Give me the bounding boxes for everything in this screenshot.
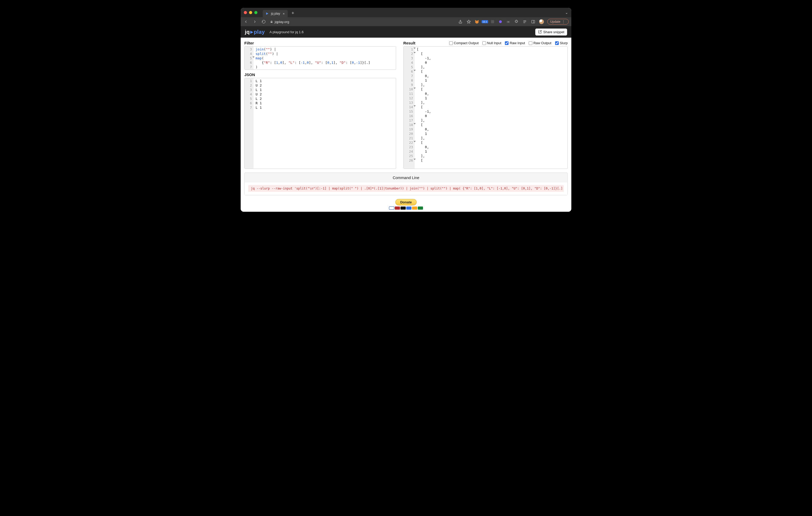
tab-title: jq play — [271, 12, 280, 16]
share-icon[interactable] — [458, 19, 463, 24]
result-editor[interactable]: 1234567891011121314151617181920212223242… — [403, 46, 568, 169]
browser-toolbar: jqplay.org 12.1 Update⋮ — [241, 17, 571, 26]
svg-rect-12 — [531, 20, 535, 23]
json-label: JSON — [244, 72, 396, 77]
result-label: Result — [403, 41, 415, 45]
visa-card-icon — [389, 207, 394, 210]
extension-camera-icon[interactable] — [506, 19, 511, 24]
json-editor[interactable]: 1234567 L 1U 2L 1U 2L 2R 1L 1 — [244, 78, 396, 169]
window-controls — [244, 11, 257, 14]
app-content: Filter 34567 join("") |split("") |map( {… — [241, 38, 571, 212]
app-logo[interactable]: jq▶play — [245, 29, 265, 35]
browser-window: jq play × + ⌄ jqplay.org 12.1 — [241, 8, 571, 212]
titlebar: jq play × + ⌄ — [241, 8, 571, 17]
close-window-button[interactable] — [244, 11, 247, 14]
extensions-puzzle-icon[interactable] — [514, 19, 519, 24]
browser-tab[interactable]: jq play × — [263, 10, 288, 17]
play-icon — [265, 12, 269, 16]
filter-editor[interactable]: 34567 join("") |split("") |map( {"R": [1… — [244, 46, 396, 70]
option-raw-output[interactable]: Raw Output — [529, 41, 551, 45]
extension-badge[interactable]: 12.1 — [483, 19, 487, 24]
maestro-icon — [401, 207, 406, 210]
logo-jq: jq — [245, 29, 250, 35]
command-line-text[interactable]: jq --slurp --raw-input 'split("\n")[:-1]… — [248, 185, 564, 192]
app-header: jq▶play A playground for jq 1.6 Share sn… — [241, 26, 571, 38]
bookmark-star-icon[interactable] — [466, 19, 471, 24]
option-null-input[interactable]: Null Input — [483, 41, 501, 45]
filter-label: Filter — [244, 41, 396, 45]
lock-icon — [270, 20, 273, 23]
app-tagline: A playground for jq 1.6 — [269, 30, 303, 34]
logo-play: play — [254, 29, 265, 35]
svg-marker-3 — [467, 20, 471, 23]
svg-marker-4 — [475, 20, 479, 24]
reload-button[interactable] — [261, 19, 266, 24]
option-slurp[interactable]: Slurp — [555, 41, 568, 45]
discover-icon — [412, 207, 417, 210]
command-line-panel: Command Line jq --slurp --raw-input 'spl… — [244, 173, 568, 195]
forward-button[interactable] — [252, 19, 257, 24]
svg-point-8 — [508, 22, 509, 23]
play-icon: ▶ — [250, 30, 254, 34]
share-arrow-icon — [538, 30, 542, 34]
url-text: jqplay.org — [275, 20, 289, 24]
zoom-window-button[interactable] — [254, 11, 257, 14]
minimize-window-button[interactable] — [249, 11, 252, 14]
address-bar[interactable]: jqplay.org — [270, 20, 289, 24]
extension-square-icon[interactable] — [490, 19, 495, 24]
option-raw-input[interactable]: Raw Input — [505, 41, 525, 45]
reading-list-icon[interactable] — [522, 19, 527, 24]
share-snippet-button[interactable]: Share snippet — [535, 29, 567, 35]
payment-cards — [389, 207, 423, 210]
svg-marker-0 — [266, 12, 268, 14]
update-button[interactable]: Update⋮ — [547, 19, 569, 25]
mastercard-icon — [395, 207, 400, 210]
result-options: Compact Output Null Input Raw Input Raw … — [449, 41, 568, 45]
donate-section: Donate — [241, 199, 571, 212]
sidepanel-icon[interactable] — [530, 19, 536, 24]
svg-rect-5 — [491, 20, 494, 23]
command-line-label: Command Line — [244, 173, 568, 182]
tab-overflow-button[interactable]: ⌄ — [565, 10, 568, 14]
svg-rect-1 — [271, 22, 272, 23]
amex-icon — [406, 207, 411, 210]
tab-close-button[interactable]: × — [282, 12, 285, 16]
new-tab-button[interactable]: + — [291, 10, 294, 16]
back-button[interactable] — [243, 19, 249, 24]
svg-point-6 — [499, 20, 502, 23]
unionpay-icon — [418, 207, 423, 210]
profile-avatar[interactable] — [539, 19, 544, 24]
extension-circle-icon[interactable] — [498, 19, 503, 24]
donate-button[interactable]: Donate — [395, 199, 417, 206]
extension-fox-icon[interactable] — [474, 19, 479, 24]
option-compact-output[interactable]: Compact Output — [449, 41, 479, 45]
